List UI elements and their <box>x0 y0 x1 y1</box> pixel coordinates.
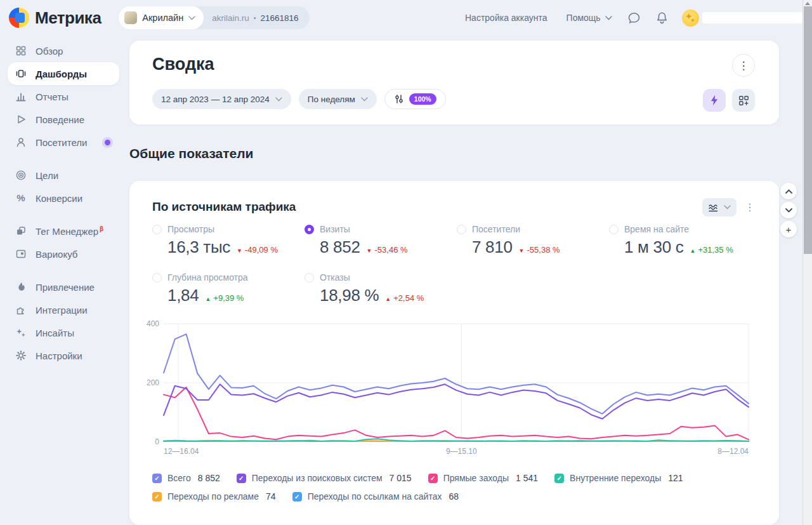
checkbox-icon: ✓ <box>152 492 162 502</box>
legend-item-total[interactable]: ✓ Всего 8 852 <box>152 473 220 483</box>
scrollbar-thumb[interactable] <box>804 6 812 254</box>
sidebar-item-label: Обзор <box>36 46 63 56</box>
sidebar-item-variocube[interactable]: Вариокуб <box>0 243 127 265</box>
notifications-button[interactable] <box>656 11 668 25</box>
sidebar-item-label: Цели <box>36 170 58 181</box>
kebab-icon: ⋮ <box>738 59 749 72</box>
user-avatar[interactable] <box>682 10 699 27</box>
chart-area[interactable]: 020040012—16.049—15.108—12.04 <box>143 320 755 457</box>
checkbox-icon: ✓ <box>292 492 302 502</box>
sidebar-item-dashboards[interactable]: Дашборды <box>8 62 119 85</box>
legend-item-direct[interactable]: ✓ Прямые заходы 1 541 <box>428 473 538 483</box>
sidebar-item-visitors[interactable]: Посетители <box>0 131 127 154</box>
legend-label: Переходы по ссылкам на сайтах <box>308 491 442 502</box>
metric-label: Визиты <box>320 224 350 234</box>
sampling-badge: 100% <box>409 93 436 105</box>
sidebar-item-insights[interactable]: Инсайты <box>0 321 127 344</box>
legend-item-internal[interactable]: ✓ Внутренние переходы 121 <box>554 473 683 483</box>
legend-value: 1 541 <box>516 473 538 483</box>
svg-text:0: 0 <box>155 437 159 446</box>
granularity-selector[interactable]: По неделям <box>299 89 377 109</box>
counter-selector[interactable]: Акрилайн akrilain.ru • 21661816 <box>119 6 309 29</box>
counter-selector-current[interactable]: Акрилайн <box>119 6 204 29</box>
metric-radio[interactable] <box>304 225 314 234</box>
variocube-icon <box>15 248 27 260</box>
summary-card: Сводка ⋮ 12 апр 2023 — 12 апр 2024 По не… <box>129 41 779 124</box>
sidebar-item-overview[interactable]: Обзор <box>0 39 127 62</box>
scrollbar-up-arrow[interactable] <box>805 2 810 5</box>
widgets-add-icon <box>738 95 749 106</box>
metric-radio[interactable] <box>457 225 466 234</box>
sidebar-item-settings[interactable]: Настройки <box>0 344 127 367</box>
lightning-icon <box>709 95 719 106</box>
add-button[interactable]: + <box>780 221 797 237</box>
metric-depth: Глубина просмотра 1,84 ▲+9,39 % <box>152 272 304 305</box>
chevron-down-icon <box>724 205 731 209</box>
sidebar-item-label: Привлечение <box>36 282 95 293</box>
checkbox-icon: ✓ <box>554 474 564 483</box>
metric-radio[interactable] <box>609 225 619 234</box>
legend-value: 8 852 <box>198 473 220 483</box>
metric-radio[interactable] <box>152 225 162 234</box>
metrica-logo[interactable]: Метрика <box>9 8 101 28</box>
dot-separator: • <box>254 14 256 22</box>
legend-item-search[interactable]: ✓ Переходы из поисковых систем 7 015 <box>237 473 412 483</box>
metric-delta: ▼-55,38 % <box>519 245 560 255</box>
sidebar-item-acquisition[interactable]: Привлечение <box>0 276 127 298</box>
widget-menu-button[interactable]: ⋮ <box>745 201 755 213</box>
gear-icon <box>15 350 27 361</box>
chat-button[interactable] <box>627 11 641 25</box>
chart-type-selector[interactable] <box>702 198 737 216</box>
scroll-down-button[interactable] <box>780 202 797 218</box>
widget-nav-buttons: + <box>780 183 797 237</box>
scroll-up-button[interactable] <box>780 183 797 199</box>
metric-visitors: Посетители 7 810 ▼-55,38 % <box>457 224 609 257</box>
section-title: Общие показатели <box>129 146 253 161</box>
checkbox-icon: ✓ <box>152 474 162 483</box>
legend-item-ads[interactable]: ✓ Переходы по рекламе 74 <box>152 491 276 502</box>
widget-title: По источникам трафика <box>152 200 296 214</box>
legend-label: Всего <box>167 473 191 483</box>
summary-menu-button[interactable]: ⋮ <box>732 54 755 77</box>
bell-icon <box>656 11 668 25</box>
legend-item-site-links[interactable]: ✓ Переходы по ссылкам на сайтах 68 <box>292 491 459 502</box>
sidebar-item-reports[interactable]: Отчеты <box>0 85 127 108</box>
sidebar-item-label: Дашборды <box>36 69 87 79</box>
user-name-placeholder <box>702 12 802 23</box>
metric-delta: ▼-49,09 % <box>237 245 278 255</box>
metric-value: 1,84 <box>167 286 199 305</box>
metric-value: 1 м 30 с <box>624 237 684 257</box>
sidebar-item-conversions[interactable]: % Конверсии <box>0 187 127 209</box>
quick-insights-button[interactable] <box>703 89 726 112</box>
sidebar-item-behavior[interactable]: Поведение <box>0 108 127 131</box>
sidebar-item-label: Конверсии <box>36 193 82 204</box>
counter-domain: akrilain.ru <box>212 13 249 23</box>
person-icon <box>15 136 27 148</box>
metric-radio[interactable] <box>152 273 162 282</box>
top-nav: Настройка аккаунта Помощь <box>465 0 802 36</box>
add-widget-button[interactable] <box>732 89 755 112</box>
legend-label: Переходы из поисковых систем <box>252 473 383 483</box>
sidebar-item-label: Отчеты <box>36 91 69 102</box>
account-settings-link[interactable]: Настройка аккаунта <box>465 13 547 23</box>
sampling-button[interactable]: 100% <box>384 89 446 109</box>
sidebar-item-integrations[interactable]: Интеграции <box>0 298 127 321</box>
sidebar-item-goals[interactable]: Цели <box>0 164 127 187</box>
dashboards-icon <box>15 68 27 79</box>
help-menu[interactable]: Помощь <box>566 13 612 23</box>
sidebar-item-tag-manager[interactable]: Тег Менеджерβ <box>0 220 127 243</box>
svg-text:%: % <box>16 192 25 203</box>
date-range-selector[interactable]: 12 апр 2023 — 12 апр 2024 <box>152 89 291 109</box>
metric-time-on-site: Время на сайте 1 м 30 с ▲+31,35 % <box>609 224 761 257</box>
summary-controls: 12 апр 2023 — 12 апр 2024 По неделям 100… <box>152 89 446 109</box>
chevron-down-icon <box>275 97 282 102</box>
metric-radio[interactable] <box>304 273 314 282</box>
metric-delta: ▲+2,54 % <box>385 293 424 303</box>
metric-label: Глубина просмотра <box>167 272 248 282</box>
page-scrollbar[interactable] <box>802 0 812 525</box>
metric-label: Просмотры <box>167 224 214 234</box>
bar-chart-icon <box>15 91 27 102</box>
sidebar-item-label: Поведение <box>36 114 84 125</box>
counter-name: Акрилайн <box>142 13 183 23</box>
sparkles-icon <box>15 327 27 338</box>
